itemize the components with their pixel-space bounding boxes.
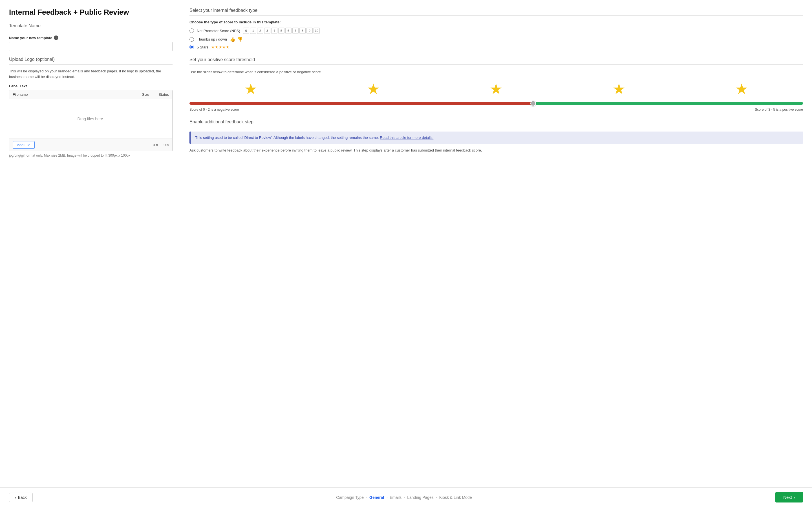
thumb-up-icon: 👍	[230, 37, 236, 42]
info-box-text: This setting used to be called 'Direct t…	[195, 135, 799, 140]
col-filename: Filename	[13, 93, 132, 97]
upload-description: This will be displayed on your branded e…	[9, 68, 172, 79]
next-button[interactable]: Next ›	[775, 492, 803, 503]
feedback-type-title: Select your internal feedback type	[190, 8, 803, 15]
stars-display-row: ★ ★ ★ ★ ★	[190, 80, 803, 98]
back-button[interactable]: ‹ Back	[9, 493, 33, 502]
thumbs-radio[interactable]	[190, 37, 194, 42]
breadcrumb-sep-3: ›	[404, 496, 405, 499]
score-type-section: Select your internal feedback type Choos…	[190, 8, 803, 49]
stars-radio[interactable]	[190, 45, 194, 49]
left-panel: Internal Feedback + Public Review Templa…	[9, 8, 172, 482]
breadcrumb-general: General	[369, 495, 384, 500]
main-content: Internal Feedback + Public Review Templa…	[0, 0, 812, 487]
breadcrumb-landing-pages: Landing Pages	[407, 495, 434, 500]
page-title: Internal Feedback + Public Review	[9, 8, 172, 17]
nps-num-9: 9	[306, 27, 313, 34]
file-upload-container: Filename Size Status Drag files here. Ad…	[9, 90, 172, 151]
col-size: Size	[132, 93, 149, 97]
name-label: Name your new template i	[9, 36, 172, 40]
file-upload-footer: Add File 0 b 0%	[9, 138, 172, 151]
nps-num-2: 2	[257, 27, 263, 34]
big-star-5: ★	[735, 80, 748, 98]
file-drop-area[interactable]: Drag files here.	[9, 99, 172, 138]
slider-container	[190, 102, 803, 105]
label-text-label: Label Text	[9, 84, 172, 88]
threshold-description: Use the slider below to determine what i…	[190, 69, 803, 75]
thumbs-label: Thumbs up / down	[197, 37, 227, 41]
additional-section: Enable additional feedback step This set…	[190, 119, 803, 154]
right-panel: Select your internal feedback type Choos…	[190, 8, 803, 482]
big-star-4: ★	[612, 80, 626, 98]
additional-title: Enable additional feedback step	[190, 119, 803, 127]
info-icon[interactable]: i	[54, 36, 58, 40]
nps-radio[interactable]	[190, 29, 194, 33]
drag-text: Drag files here.	[78, 117, 104, 121]
nps-num-1: 1	[250, 27, 256, 34]
template-name-section-title: Template Name	[9, 23, 172, 31]
nps-label: Net Promoter Score (NPS)	[197, 29, 240, 33]
nps-num-4: 4	[271, 27, 277, 34]
thumbs-option: Thumbs up / down 👍 👎	[190, 37, 803, 42]
nps-option: Net Promoter Score (NPS) 0 1 2 3 4 5 6 7…	[190, 27, 803, 34]
add-file-button[interactable]: Add File	[13, 141, 35, 149]
breadcrumb-kiosk-link-mode: Kiosk & Link Mode	[439, 495, 472, 500]
slider-labels: Score of 0 - 2 is a negative score Score…	[190, 108, 803, 112]
nps-num-3: 3	[264, 27, 270, 34]
slider-thumb[interactable]	[530, 101, 536, 106]
score-choose-label: Choose the type of score to include in t…	[190, 20, 803, 24]
breadcrumb-sep-2: ›	[386, 496, 388, 499]
breadcrumb-campaign-type: Campaign Type	[336, 495, 364, 500]
stars-label: 5 Stars	[197, 45, 208, 49]
file-percent: 0%	[163, 143, 169, 147]
stars-option: 5 Stars ★★★★★	[190, 45, 803, 49]
info-box: This setting used to be called 'Direct t…	[190, 131, 803, 144]
file-upload-header: Filename Size Status	[9, 90, 172, 99]
breadcrumb: Campaign Type › General › Emails › Landi…	[336, 495, 472, 500]
file-size: 0 b	[153, 143, 158, 147]
slider-track	[190, 102, 803, 105]
file-stats: 0 b 0%	[153, 143, 169, 147]
threshold-section: Set your positive score threshold Use th…	[190, 57, 803, 112]
col-status: Status	[149, 93, 169, 97]
big-star-1: ★	[244, 80, 257, 98]
next-chevron-icon: ›	[794, 495, 795, 500]
nps-num-10: 10	[313, 27, 320, 34]
big-star-3: ★	[490, 80, 503, 98]
upload-section-title: Upload Logo (optional)	[9, 57, 172, 64]
nps-num-7: 7	[292, 27, 299, 34]
threshold-title: Set your positive score threshold	[190, 57, 803, 65]
breadcrumb-sep-1: ›	[366, 496, 367, 499]
stars-small: ★★★★★	[211, 45, 230, 49]
additional-description: Ask customers to write feedback about th…	[190, 148, 803, 154]
template-name-input[interactable]	[9, 42, 172, 51]
nps-num-5: 5	[278, 27, 285, 34]
breadcrumb-sep-4: ›	[436, 496, 437, 499]
thumb-down-icon: 👎	[237, 37, 243, 42]
thumbs-icons: 👍 👎	[230, 37, 243, 42]
nps-num-8: 8	[299, 27, 306, 34]
back-chevron-icon: ‹	[15, 495, 16, 500]
nps-numbers: 0 1 2 3 4 5 6 7 8 9 10	[243, 27, 320, 34]
nps-num-0: 0	[243, 27, 249, 34]
breadcrumb-emails: Emails	[390, 495, 402, 500]
nps-num-6: 6	[285, 27, 292, 34]
bottom-nav: ‹ Back Campaign Type › General › Emails …	[0, 487, 812, 507]
slider-positive-label: Score of 3 - 5 is a positive score	[755, 108, 803, 112]
upload-hint: jpg/png/gif format only. Max size 2MB. I…	[9, 154, 172, 158]
read-article-link[interactable]: Read this article for more details.	[380, 135, 434, 140]
slider-negative-label: Score of 0 - 2 is a negative score	[190, 108, 239, 112]
big-star-2: ★	[367, 80, 380, 98]
